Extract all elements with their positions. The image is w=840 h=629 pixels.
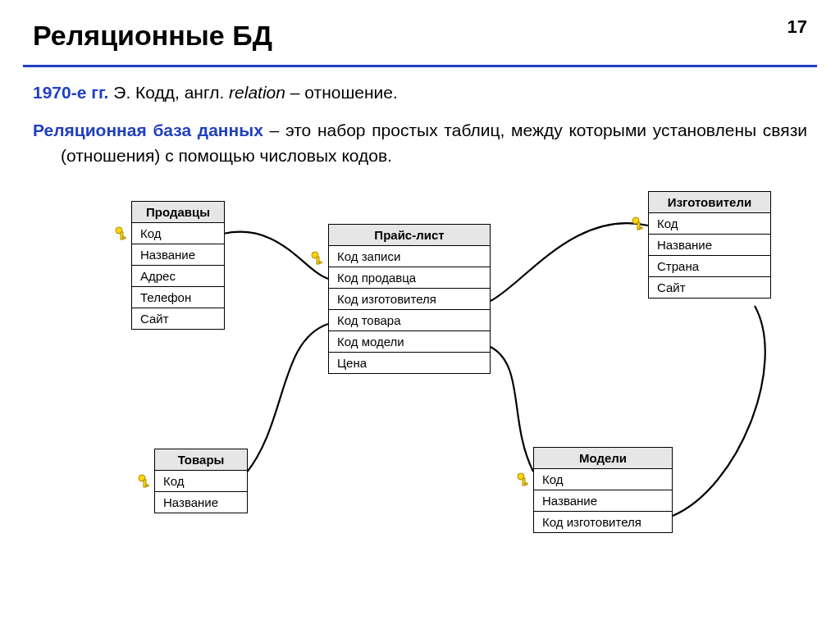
key-icon	[137, 473, 153, 490]
header-divider	[23, 65, 817, 67]
intro-text-2: – отношение.	[285, 83, 398, 102]
key-icon	[516, 472, 532, 488]
svg-rect-11	[146, 485, 148, 486]
table-manufacturers-header: Изготовители	[649, 192, 770, 213]
table-models: Модели Код Название Код изготовителя	[533, 447, 673, 533]
table-row: Телефон	[132, 287, 224, 308]
table-row: Цена	[329, 353, 490, 373]
table-row: Код продавца	[329, 267, 490, 289]
table-row: Код	[649, 213, 770, 235]
table-row: Код записи	[329, 246, 490, 267]
page-title: Реляционные БД	[33, 20, 807, 52]
table-row: Сайт	[132, 308, 224, 329]
svg-rect-14	[525, 483, 527, 485]
page-number: 17	[788, 16, 807, 38]
table-row: Страна	[649, 256, 770, 277]
table-row: Код товара	[329, 310, 490, 331]
table-row: Код модели	[329, 331, 490, 353]
svg-rect-8	[640, 227, 642, 229]
table-row: Адрес	[132, 266, 224, 287]
table-row: Код изготовителя	[329, 289, 490, 310]
table-pricelist-header: Прайс-лист	[329, 225, 490, 246]
year-label: 1970-е гг.	[33, 83, 108, 102]
relation-italic: relation	[229, 83, 285, 102]
table-row: Название	[534, 490, 672, 512]
table-row: Код изготовителя	[534, 512, 672, 532]
table-models-header: Модели	[534, 448, 672, 469]
table-row: Код	[155, 471, 247, 492]
table-pricelist: Прайс-лист Код записи Код продавца Код и…	[328, 224, 491, 374]
table-row: Код	[534, 469, 672, 490]
intro-text-1: Э. Кодд, англ.	[108, 83, 229, 102]
key-icon	[310, 250, 326, 267]
definition-line: Реляционная база данных – это набор прос…	[33, 118, 807, 168]
table-goods-header: Товары	[155, 449, 247, 471]
table-row: Название	[649, 235, 770, 256]
table-manufacturers: Изготовители Код Название Страна Сайт	[648, 191, 771, 299]
table-sellers-header: Продавцы	[132, 202, 224, 223]
svg-rect-5	[319, 262, 322, 263]
key-icon	[631, 216, 647, 232]
table-goods: Товары Код Название	[154, 449, 248, 513]
table-sellers: Продавцы Код Название Адрес Телефон Сайт	[131, 201, 225, 330]
diagram-canvas: Продавцы Код Название Адрес Телефон Сайт…	[0, 176, 840, 586]
key-icon	[114, 226, 130, 242]
table-row: Название	[155, 492, 247, 513]
table-row: Название	[132, 244, 224, 266]
intro-line-1: 1970-е гг. Э. Кодд, англ. relation – отн…	[33, 80, 807, 105]
table-row: Сайт	[649, 277, 770, 298]
svg-rect-2	[123, 237, 126, 239]
definition-term: Реляционная база данных	[33, 121, 263, 139]
table-row: Код	[132, 223, 224, 244]
